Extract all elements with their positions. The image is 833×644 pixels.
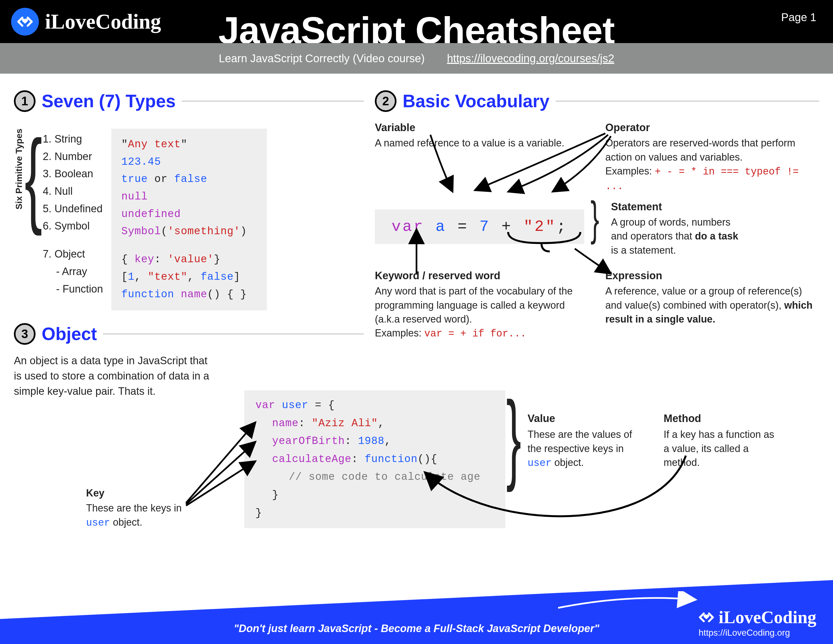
sub-header: Learn JavaScript Correctly (Video course… [0, 43, 833, 74]
type-boolean: 3. Boolean [43, 165, 103, 182]
section-number-3: 3 [14, 323, 35, 345]
variable-callout: Variable A named reference to a value is… [375, 120, 589, 194]
section-3-heading: 3 Object [14, 323, 364, 345]
type-symbol: 6. Symbol [43, 217, 103, 235]
expression-callout: Expression A reference, value or a group… [605, 268, 819, 341]
type-string: 1. String [43, 130, 103, 148]
type-object: 7. Object [43, 245, 103, 263]
type-undefined: 5. Undefined [43, 200, 103, 217]
section-1-heading: 1 Seven (7) Types [14, 90, 364, 112]
page-title: JavaScript Cheatsheet [0, 12, 833, 43]
section-2-heading: 2 Basic Vocabulary [375, 90, 819, 112]
course-link[interactable]: https://ilovecoding.org/courses/js2 [447, 52, 614, 65]
type-number: 2. Number [43, 148, 103, 165]
brace-icon: { [25, 129, 42, 226]
section-1-title: Seven (7) Types [42, 91, 176, 111]
types-list: 1. String 2. Number 3. Boolean 4. Null 5… [43, 129, 103, 298]
type-array: - Array [43, 263, 103, 280]
brace-icon: } [590, 200, 599, 237]
types-area: Six Primitive Types { 1. String 2. Numbe… [14, 129, 364, 310]
vocab-code-line: var a = 7 + "2"; [375, 209, 584, 244]
code-heart-icon [699, 610, 714, 625]
divider [182, 101, 364, 102]
types-code: "Any text" 123.45 true or false null und… [111, 129, 267, 310]
value-callout: Value These are the values of the respec… [527, 411, 644, 470]
type-null: 4. Null [43, 182, 103, 200]
primitive-types-label: Six Primitive Types [14, 129, 24, 215]
footer: "Don't just learn JavaScript - Become a … [0, 580, 833, 644]
footer-url[interactable]: https://iLoveCoding.org [699, 628, 816, 638]
brace-icon: } [506, 389, 521, 484]
section-number-2: 2 [375, 90, 397, 112]
section-2-title: Basic Vocabulary [403, 91, 550, 111]
page-number: Page 1 [781, 11, 816, 24]
type-function: - Function [43, 280, 103, 298]
subtitle: Learn JavaScript Correctly (Video course… [219, 52, 425, 65]
section-3-title: Object [42, 324, 97, 344]
object-code: var user = { name: "Aziz Ali", yearOfBir… [244, 390, 505, 528]
footer-arrow-icon [555, 591, 700, 613]
method-callout: Method If a key has a function as a valu… [664, 411, 780, 470]
keyword-callout: Keyword / reserved word Any word that is… [375, 268, 589, 341]
key-callout: Key These are the keys in user object. [86, 486, 197, 530]
operator-callout: Operator Operators are reserved-words th… [605, 120, 819, 194]
divider [103, 333, 364, 335]
header-bar: iLoveCoding JavaScript Cheatsheet Page 1 [0, 0, 833, 43]
section-number-1: 1 [14, 90, 35, 112]
object-description: An object is a data type in JavaScript t… [14, 353, 214, 399]
statement-callout: Statement A group of words, numbers and … [611, 200, 739, 257]
divider [556, 101, 819, 102]
footer-brand: iLoveCoding [699, 607, 816, 628]
